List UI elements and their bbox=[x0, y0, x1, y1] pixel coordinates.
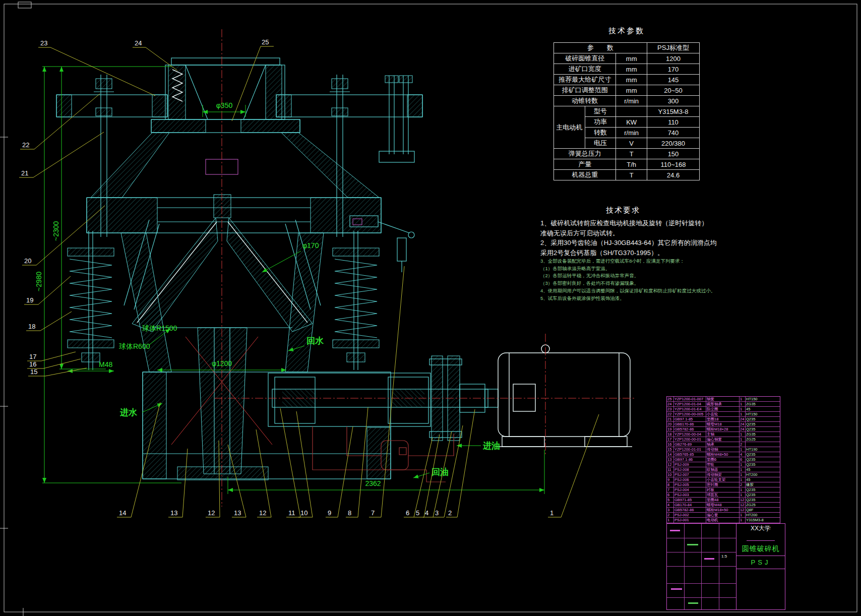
bom-qty: 1 bbox=[740, 513, 746, 517]
bom-qty: 12 bbox=[740, 498, 746, 502]
bom-code: GB276-89 bbox=[674, 442, 706, 447]
bom-partname: 防尘圈 bbox=[706, 407, 740, 411]
bom-material: ZG35 bbox=[746, 402, 781, 406]
param-unit: KW bbox=[616, 117, 647, 128]
balloon-3: 3 bbox=[435, 509, 439, 517]
bom-row: 6 PSJ-003 球面瓦 1 Q235 bbox=[667, 492, 780, 498]
bom-code: YZP1200-00-01 bbox=[674, 437, 706, 442]
bom-code: YZP1200-01-E4 bbox=[674, 407, 706, 411]
bom-row: 19 GB5782-86 螺栓M18×28 24 Q235 bbox=[667, 427, 780, 432]
bom-partname: 螺栓M18×50 bbox=[706, 508, 740, 512]
bom-partname: 螺栓M48×50 bbox=[706, 452, 740, 457]
bom-code: GB5782-86 bbox=[674, 508, 706, 512]
bom-partname: 衬板 bbox=[706, 487, 740, 492]
balloon-19: 19 bbox=[26, 296, 33, 304]
balloon-21: 21 bbox=[21, 169, 28, 177]
bom-no: 11 bbox=[667, 467, 674, 472]
bom-material: Q235 bbox=[746, 417, 781, 421]
bom-code: YZP1200-01-04 bbox=[674, 402, 706, 406]
bom-partname: 小齿轮支架 bbox=[706, 477, 740, 482]
bom-qty: 1 bbox=[740, 462, 746, 467]
bom-qty: 1 bbox=[740, 407, 746, 411]
dim-d350: φ350 bbox=[216, 101, 233, 109]
bom-no: 16 bbox=[667, 442, 674, 447]
bom-no: 20 bbox=[667, 422, 674, 426]
balloon-16: 16 bbox=[29, 360, 36, 368]
bom-no: 3 bbox=[667, 508, 674, 512]
param-value: 170 bbox=[647, 64, 700, 75]
bom-no: 5 bbox=[667, 498, 674, 502]
bom-partname: 密封圈 bbox=[706, 482, 740, 487]
bom-row: 24 YZP1200-01-04 碗形轴承 1 ZG35 bbox=[667, 402, 780, 407]
param-value: 1200 bbox=[647, 53, 700, 64]
bom-qty: 1 bbox=[740, 402, 746, 406]
params-header-label: 参 数 bbox=[554, 43, 647, 53]
balloon-13: 13 bbox=[170, 509, 177, 517]
balloon-17: 17 bbox=[29, 353, 36, 360]
bom-no: 15 bbox=[667, 447, 674, 452]
bom-qty: 12 bbox=[740, 508, 746, 512]
title-block-code: PSJ bbox=[736, 556, 785, 569]
bom-code: PSJ-006 bbox=[674, 477, 706, 482]
bom-partname: 偏心轴套 bbox=[706, 437, 740, 442]
param-value: 20~50 bbox=[647, 85, 700, 96]
bom-qty: 1 bbox=[740, 437, 746, 442]
tech-requirements-title: 技术要求 bbox=[540, 206, 745, 215]
param-label: 功率 bbox=[585, 117, 616, 128]
balloon-2: 2 bbox=[448, 509, 452, 517]
drawing-scale: 1:5 bbox=[721, 554, 727, 559]
tech-requirement-line: 5、试车后设备外观涂保护性装饰油漆。 bbox=[540, 295, 745, 302]
spring-assembly-left bbox=[68, 231, 114, 370]
bom-qty: 1 bbox=[740, 467, 746, 472]
tech-requirement-line: 1、破碎机试转前应检查电动机接地及旋转（逆时针旋转） bbox=[540, 218, 745, 228]
params-table: 参 数 PSJ标准型 破碎圆锥直径mm1200 进矿口宽度mm170 推荐最大给… bbox=[554, 42, 700, 180]
bom-no: 6 bbox=[667, 492, 674, 497]
bom-row: 25 YZP1200-01-007 轴套 1 HT150 bbox=[667, 397, 780, 402]
bom-row: 4 GB170-84 螺母M48 12 ZG25 bbox=[667, 503, 780, 508]
param-label: 电压 bbox=[585, 138, 616, 149]
bom-row: 8 PSJ-005 密封圈 2 橡胶 bbox=[667, 482, 780, 487]
bom-qty: 1 bbox=[740, 518, 746, 523]
tech-requirement-line: （1）各部轴承温升略高于室温。 bbox=[540, 265, 745, 273]
balloon-23: 23 bbox=[40, 39, 47, 47]
param-label: 型号 bbox=[585, 106, 616, 117]
balloon-13b: 13 bbox=[234, 509, 241, 517]
bom-partname: 小齿轮 bbox=[706, 412, 740, 416]
bom-row: 21 GB97.1-85 垫圈18 24 Q235 bbox=[667, 417, 780, 422]
bom-code: GB97.1-85 bbox=[674, 417, 706, 421]
bom-material: HT200 bbox=[746, 513, 781, 517]
bom-qty: 2 bbox=[740, 482, 746, 487]
balloon-12b: 12 bbox=[259, 509, 266, 517]
balloon-24: 24 bbox=[135, 39, 142, 47]
spring-assembly-right bbox=[333, 231, 379, 370]
bom-partname: 联轴器 bbox=[706, 467, 740, 472]
param-unit: mm bbox=[616, 64, 647, 75]
balloon-15: 15 bbox=[30, 368, 37, 376]
bom-qty: 24 bbox=[740, 417, 746, 421]
bom-material: Y315M3-8 bbox=[746, 518, 781, 523]
bom-row: 13 GB97.1-86 垫圈6 6 Q235 bbox=[667, 457, 780, 462]
param-value: 110~168 bbox=[647, 159, 700, 170]
param-label: 动锥转数 bbox=[554, 96, 616, 106]
bom-qty: 2 bbox=[740, 442, 746, 447]
bom-code: GB6170-86 bbox=[674, 422, 706, 426]
param-label: 弹簧总压力 bbox=[554, 149, 616, 159]
param-value: 150 bbox=[647, 149, 700, 159]
param-value: 145 bbox=[647, 75, 700, 85]
bom-material: 45 bbox=[746, 467, 781, 472]
bom-row: 5 GB971-85 垫圈48 12 Q235 bbox=[667, 498, 780, 503]
bom-material: HT200 bbox=[746, 472, 781, 477]
bom-qty: 1 bbox=[740, 492, 746, 497]
tech-params-panel: 技术参数 参 数 PSJ标准型 破碎圆锥直径mm1200 进矿口宽度mm170 … bbox=[554, 26, 700, 180]
bom-row: 10 PSJ-007 传动轴架 1 HT200 bbox=[667, 472, 780, 477]
title-block: 1:5 XX大学 圆锥破碎机 PSJ bbox=[666, 523, 785, 610]
bom-material: Q235 bbox=[746, 487, 781, 492]
bom-qty: 1 bbox=[740, 477, 746, 482]
bom-no: 22 bbox=[667, 412, 674, 416]
bom-material: ZG35 bbox=[746, 432, 781, 437]
balloon-12: 12 bbox=[208, 509, 215, 517]
bom-no: 4 bbox=[667, 503, 674, 507]
dim-m48: M48 bbox=[99, 360, 112, 368]
flow-label-in-oil: 进油 bbox=[482, 441, 500, 451]
title-block-info: XX大学 圆锥破碎机 PSJ bbox=[736, 524, 785, 609]
